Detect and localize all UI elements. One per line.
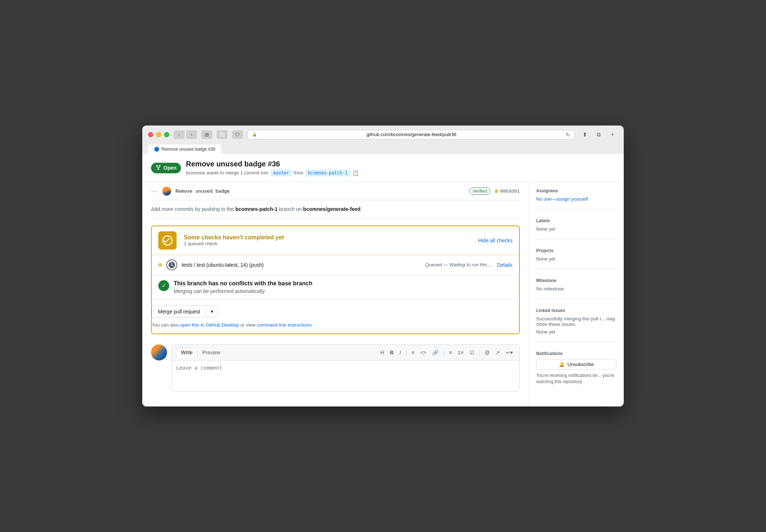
write-tab[interactable]: Write (176, 348, 197, 357)
check-item-status: Queued — Waiting to run this ... (425, 262, 492, 267)
comment-toolbar: Write Preview H B I ≡ <> 🔗 (172, 345, 519, 361)
right-sidebar: Assignees No one—assign yourself Labels … (529, 182, 624, 407)
main-layout: —◦ Remove unused badge Verified 906dd01 … (142, 182, 624, 407)
verified-badge: Verified (469, 188, 490, 195)
pr-subtitle: bcomnes wants to merge 1 commit into mas… (186, 170, 359, 176)
commit-sha: 906dd01 (495, 188, 520, 194)
check-status-dot (158, 263, 162, 267)
merge-dropdown-button[interactable]: ▾ (206, 305, 218, 317)
browser-titlebar: ‹ › ⊞ ⬜ 🛡 🔒 github.com/bcomnes/generate-… (148, 130, 618, 139)
no-conflicts-subtitle: Merging can be performed automatically. (174, 288, 313, 294)
browser-window: ‹ › ⊞ ⬜ 🛡 🔒 github.com/bcomnes/generate-… (142, 126, 624, 407)
hide-checks-link[interactable]: Hide all checks (478, 238, 512, 243)
quote-icon[interactable]: ≡ (409, 348, 417, 357)
nav-buttons: ‹ › (174, 130, 197, 139)
unsubscribe-button[interactable]: 🔔 Unsubscribe (536, 359, 616, 370)
new-tab-button[interactable]: ⧉ (593, 130, 604, 139)
open-desktop-link[interactable]: open this in GitHub Desktop (180, 322, 239, 328)
bold-icon[interactable]: B (388, 348, 396, 357)
assign-yourself-link[interactable]: No one—assign yourself (536, 196, 588, 202)
merge-pull-request-button[interactable]: Merge pull request (152, 305, 206, 318)
unordered-list-icon[interactable]: ≡ (447, 348, 454, 357)
commit-graph-icon: —◦ (151, 188, 158, 194)
pr-base-branch[interactable]: master (271, 170, 291, 176)
address-bar[interactable]: 🔒 github.com/bcomnes/generate-feed/pull/… (247, 130, 575, 139)
ordered-list-icon[interactable]: 1≡ (456, 348, 466, 357)
code-icon[interactable]: <> (418, 348, 428, 357)
sidebar-projects-section: Projects None yet (536, 248, 616, 269)
comment-textarea[interactable] (172, 361, 519, 390)
reload-button[interactable]: ↻ (566, 132, 570, 138)
traffic-lights (148, 132, 169, 137)
url-display: github.com/bcomnes/generate-feed/pull/36 (260, 132, 563, 137)
heading-icon[interactable]: H (378, 348, 386, 357)
mention-icon[interactable]: @ (483, 348, 492, 357)
check-item-name: tests / test (ubuntu-latest, 14) (push) (182, 262, 421, 268)
cli-instructions-link[interactable]: command line instructions (257, 322, 312, 328)
sha-value: 906dd01 (500, 188, 520, 194)
tab-favicon: 🔵 (154, 147, 159, 152)
notifications-note: You're receiving notifications be... you… (536, 373, 616, 385)
current-user-avatar (151, 344, 167, 361)
assignees-value: No one—assign yourself (536, 196, 616, 202)
toolbar-right: ⬆ ⧉ ＋ (579, 130, 618, 139)
sha-dot (495, 189, 498, 193)
unsubscribe-label: Unsubscribe (568, 362, 594, 367)
browser-tabs: 🔵 Remove unused badge #36 (148, 143, 618, 154)
preview-tab[interactable]: Preview (197, 348, 225, 357)
cross-reference-icon[interactable]: ↗ (494, 348, 502, 357)
check-item: tests / test (ubuntu-latest, 14) (push) … (152, 255, 519, 275)
pr-head-branch[interactable]: bcomnes-patch-1 (305, 170, 350, 176)
notice-branch: bcomnes-patch-1 (235, 206, 278, 212)
active-tab[interactable]: 🔵 Remove unused badge #36 (148, 144, 221, 154)
back-button[interactable]: ‹ (174, 130, 185, 139)
no-conflicts-text: This branch has no conflicts with the ba… (174, 280, 313, 294)
notice-period: . (360, 206, 362, 212)
period: . (312, 322, 313, 328)
sidebar-milestone-section: Milestone No milestone (536, 278, 616, 299)
projects-title: Projects (536, 248, 616, 253)
add-tab-button[interactable]: ＋ (607, 130, 618, 139)
format-icons: H B I ≡ <> 🔗 ≡ 1≡ ☑ (378, 348, 515, 357)
forward-button[interactable]: › (186, 130, 197, 139)
minimize-button[interactable] (156, 132, 161, 137)
sidebar-linked-issues-section: Linked issues Successfully merging this … (536, 308, 616, 342)
undo-icon[interactable]: ↩▾ (504, 348, 515, 357)
notice-repo: bcomnes/generate-feed (303, 206, 360, 212)
format-separator-1 (406, 349, 406, 356)
checks-header: Some checks haven't completed yet 1 queu… (152, 226, 519, 255)
merge-also-text: You can also open this in GitHub Desktop… (152, 322, 519, 328)
projects-value: None yet (536, 256, 616, 262)
lock-icon: 🔒 (252, 132, 257, 137)
format-separator-2 (444, 349, 444, 356)
linked-issues-value: None yet (536, 329, 616, 335)
no-conflicts-title: This branch has no conflicts with the ba… (174, 280, 313, 287)
checks-icon-box (158, 231, 177, 250)
share-button[interactable]: ⬆ (579, 130, 590, 139)
tab-overview-button[interactable]: ⬜ (217, 130, 228, 139)
or-text: or view (240, 322, 255, 328)
checks-title-area: Some checks haven't completed yet 1 queu… (184, 234, 474, 246)
close-button[interactable] (148, 132, 153, 137)
labels-title: Labels (536, 218, 616, 223)
comment-box: Write Preview H B I ≡ <> 🔗 (171, 344, 520, 392)
notice-text-middle: branch on (279, 206, 302, 212)
sidebar-notifications-section: Notifications 🔔 Unsubscribe You're recei… (536, 351, 616, 392)
checks-container: Some checks haven't completed yet 1 queu… (151, 225, 520, 334)
task-list-icon[interactable]: ☑ (467, 348, 476, 357)
shield-icon[interactable]: 🛡 (232, 130, 243, 139)
sidebar-assignees-section: Assignees No one—assign yourself (536, 188, 616, 209)
merge-btn-row: Merge pull request ▾ (152, 305, 519, 318)
maximize-button[interactable] (164, 132, 169, 137)
italic-icon[interactable]: I (397, 348, 403, 357)
add-commits-notice: Add more commits by pushing to the bcomn… (151, 200, 520, 218)
link-icon[interactable]: 🔗 (430, 348, 441, 357)
copy-branch-icon[interactable]: 📋 (352, 170, 359, 176)
git-merge-icon (155, 165, 161, 171)
pr-title-area: Remove unused badge #36 bcomnes wants to… (186, 160, 359, 176)
sidebar-toggle-button[interactable]: ⊞ (201, 130, 212, 139)
pr-header: Open Remove unused badge #36 bcomnes wan… (142, 154, 624, 182)
merge-area: Merge pull request ▾ You can also open t… (152, 299, 519, 334)
linked-issues-description: Successfully merging this pull r... may … (536, 316, 616, 327)
check-details-link[interactable]: Details (497, 262, 512, 268)
